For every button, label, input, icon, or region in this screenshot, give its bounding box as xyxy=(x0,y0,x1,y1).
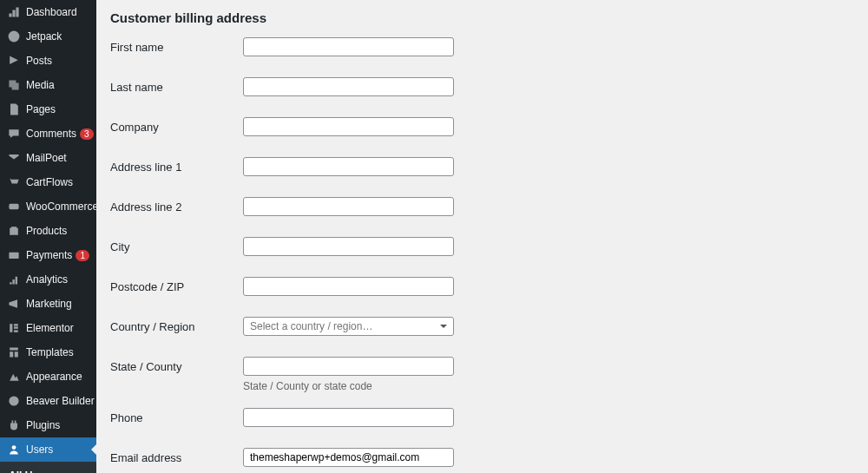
sidebar-item-label: Beaver Builder xyxy=(26,395,95,407)
sidebar-item-cartflows[interactable]: CartFlows xyxy=(0,170,96,194)
marketing-icon xyxy=(7,297,21,311)
sidebar-item-label: Payments xyxy=(26,249,72,261)
sidebar-item-analytics[interactable]: Analytics xyxy=(0,267,96,292)
sidebar-item-label: Plugins xyxy=(26,419,89,431)
admin-sidebar: Dashboard Jetpack Posts Media Pages Comm… xyxy=(0,0,96,473)
hint-state: State / County or state code xyxy=(243,380,454,392)
input-city[interactable] xyxy=(243,237,454,256)
row-last-name: Last name xyxy=(110,77,854,96)
sidebar-item-products[interactable]: Products xyxy=(0,219,96,243)
sidebar-item-label: Jetpack xyxy=(26,30,89,43)
payments-badge: 1 xyxy=(76,250,89,261)
input-address2[interactable] xyxy=(243,197,454,216)
sidebar-item-label: Media xyxy=(26,79,89,91)
sidebar-item-label: Comments xyxy=(26,128,76,140)
section-title: Customer billing address xyxy=(110,10,854,25)
row-country: Country / Region Select a country / regi… xyxy=(110,317,854,336)
sidebar-item-jetpack[interactable]: Jetpack xyxy=(0,24,96,49)
sidebar-item-templates[interactable]: Templates xyxy=(0,340,96,365)
cartflows-icon xyxy=(7,175,21,189)
svg-rect-6 xyxy=(14,330,18,332)
sidebar-item-mailpoet[interactable]: MailPoet xyxy=(0,146,96,170)
jetpack-icon xyxy=(7,30,21,43)
sidebar-item-label: Pages xyxy=(26,103,89,115)
svg-rect-3 xyxy=(10,324,12,332)
row-address2: Address line 2 xyxy=(110,197,854,216)
sidebar-item-label: Appearance xyxy=(26,371,89,383)
users-icon xyxy=(7,443,21,457)
row-city: City xyxy=(110,237,854,256)
svg-point-0 xyxy=(9,31,20,43)
row-state: State / County State / County or state c… xyxy=(110,357,854,392)
sidebar-item-label: Users xyxy=(26,443,89,456)
sidebar-item-appearance[interactable]: Appearance xyxy=(0,365,96,389)
select-country[interactable]: Select a country / region… xyxy=(243,317,454,336)
row-postcode: Postcode / ZIP xyxy=(110,277,854,296)
dashboard-icon xyxy=(7,5,21,19)
input-address1[interactable] xyxy=(243,157,454,176)
pages-icon xyxy=(7,102,21,116)
sidebar-item-marketing[interactable]: Marketing xyxy=(0,292,96,316)
svg-rect-5 xyxy=(14,326,18,328)
label-address2: Address line 2 xyxy=(110,197,243,214)
comments-icon xyxy=(7,127,21,141)
posts-icon xyxy=(7,54,21,68)
sidebar-item-label: Marketing xyxy=(26,298,89,310)
sidebar-item-label: Products xyxy=(26,225,89,237)
input-last-name[interactable] xyxy=(243,77,454,96)
sidebar-item-users[interactable]: Users xyxy=(0,437,96,462)
sidebar-item-label: Analytics xyxy=(26,273,89,286)
label-country: Country / Region xyxy=(110,317,243,333)
input-email[interactable] xyxy=(243,448,454,467)
sidebar-item-label: Templates xyxy=(26,346,89,358)
label-email: Email address xyxy=(110,448,243,464)
input-company[interactable] xyxy=(243,117,454,136)
label-phone: Phone xyxy=(110,408,243,424)
label-state: State / County xyxy=(110,357,243,373)
sidebar-item-dashboard[interactable]: Dashboard xyxy=(0,0,96,24)
label-last-name: Last name xyxy=(110,77,243,94)
woocommerce-icon xyxy=(7,200,21,214)
appearance-icon xyxy=(7,370,21,384)
users-submenu: All Users Add New Profile xyxy=(0,462,96,473)
row-email: Email address xyxy=(110,448,854,467)
payments-icon xyxy=(7,248,21,262)
sidebar-item-comments[interactable]: Comments 3 xyxy=(0,122,96,146)
sidebar-item-label: MailPoet xyxy=(26,152,89,164)
comments-badge: 3 xyxy=(80,128,94,140)
sidebar-item-pages[interactable]: Pages xyxy=(0,97,96,122)
sidebar-item-label: Dashboard xyxy=(26,6,89,18)
svg-rect-1 xyxy=(9,204,18,209)
input-first-name[interactable] xyxy=(243,37,454,56)
label-city: City xyxy=(110,237,243,253)
sidebar-item-payments[interactable]: Payments 1 xyxy=(0,243,96,267)
sidebar-item-beaver[interactable]: Beaver Builder xyxy=(0,389,96,413)
main-content: Customer billing address First name Last… xyxy=(96,0,868,473)
mailpoet-icon xyxy=(7,151,21,165)
sidebar-item-woocommerce[interactable]: WooCommerce xyxy=(0,194,96,219)
sidebar-item-plugins[interactable]: Plugins xyxy=(0,413,96,437)
input-state[interactable] xyxy=(243,357,454,376)
submenu-all-users[interactable]: All Users xyxy=(0,465,96,473)
label-first-name: First name xyxy=(110,37,243,54)
sidebar-item-media[interactable]: Media xyxy=(0,73,96,97)
sidebar-item-elementor[interactable]: Elementor xyxy=(0,316,96,340)
input-phone[interactable] xyxy=(243,408,454,427)
svg-point-7 xyxy=(9,396,18,405)
sidebar-item-label: Elementor xyxy=(26,322,89,334)
plugins-icon xyxy=(7,418,21,432)
media-icon xyxy=(7,78,21,92)
svg-rect-2 xyxy=(9,253,18,259)
svg-point-8 xyxy=(12,445,16,450)
sidebar-item-label: CartFlows xyxy=(26,176,89,188)
sidebar-item-posts[interactable]: Posts xyxy=(0,49,96,73)
row-first-name: First name xyxy=(110,37,854,56)
elementor-icon xyxy=(7,321,21,335)
products-icon xyxy=(7,224,21,238)
input-postcode[interactable] xyxy=(243,277,454,296)
sidebar-item-label: Posts xyxy=(26,55,89,67)
templates-icon xyxy=(7,345,21,359)
row-address1: Address line 1 xyxy=(110,157,854,176)
label-address1: Address line 1 xyxy=(110,157,243,174)
sidebar-item-label: WooCommerce xyxy=(26,200,96,213)
